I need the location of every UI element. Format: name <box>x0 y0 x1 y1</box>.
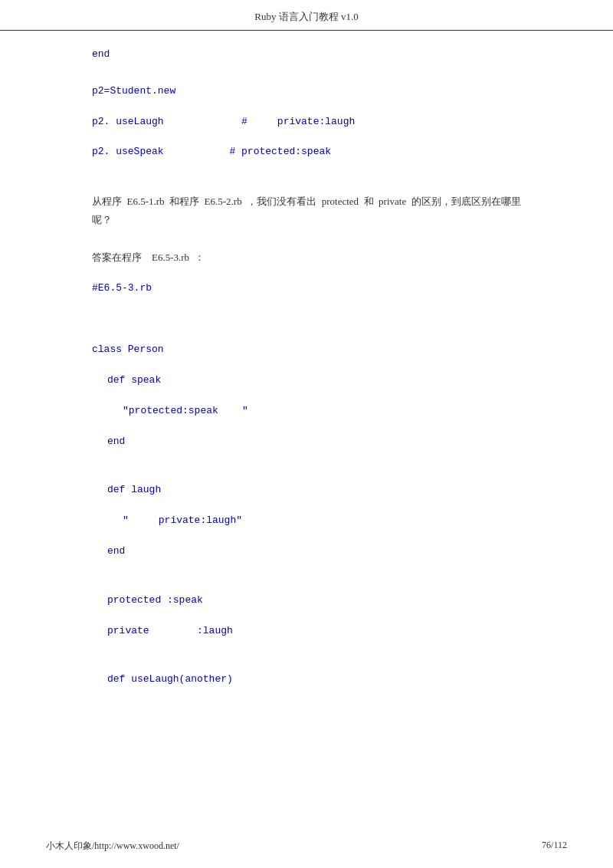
code-protected-speak: "protected:speak " <box>123 403 521 419</box>
code-block-p2usespeak: p2. useSpeak # protected:speak <box>92 143 521 160</box>
code-p2new: p2=Student.new <box>92 85 175 97</box>
header-title: Ruby 语言入门教程 v1.0 <box>254 11 358 22</box>
answer-text: 答案在程序 E6.5-3.rb ： <box>92 252 205 263</box>
code-def-laugh-text: def laugh <box>107 484 161 495</box>
code-block-p2uselaugh: p2. useLaugh # private:laugh <box>92 113 521 130</box>
footer-right: 76/112 <box>542 840 567 853</box>
page-content: end p2=Student.new p2. useLaugh # privat… <box>0 31 613 757</box>
code-def-uselaugh-text: def useLaugh(another) <box>107 673 233 685</box>
code-class-person-text: class Person <box>92 344 164 355</box>
code-protected-speak-decl-text: protected :speak <box>107 594 203 606</box>
code-p2usespeak: p2. useSpeak # protected:speak <box>92 146 331 157</box>
code-def-uselaugh: def useLaugh(another) <box>107 671 521 688</box>
answer-line: 答案在程序 E6.5-3.rb ： <box>92 248 521 266</box>
code-private-laugh-decl-text: private :laugh <box>107 625 233 636</box>
file-ref: #E6.5-3.rb <box>92 280 521 297</box>
code-def-speak-text: def speak <box>107 374 161 386</box>
code-def-laugh: def laugh <box>107 482 521 498</box>
code-private-laugh-text: " private:laugh" <box>123 515 242 526</box>
code-private-laugh: " private:laugh" <box>123 512 521 529</box>
file-ref-text: #E6.5-3.rb <box>92 282 152 294</box>
paragraph1: 从程序 E6.5-1.rb 和程序 E6.5-2.rb ，我们没有看出 prot… <box>92 192 521 229</box>
code-block-p2new: p2=Student.new <box>92 83 521 100</box>
code-protected-speak-decl: protected :speak <box>107 592 521 609</box>
page-header: Ruby 语言入门教程 v1.0 <box>0 0 613 31</box>
code-private-laugh-decl: private :laugh <box>107 623 521 639</box>
code-end1: end <box>92 48 110 60</box>
code-def-speak: def speak <box>107 372 521 389</box>
footer-left: 小木人印象/http://www.xwood.net/ <box>46 840 179 853</box>
code-end-speak-text: end <box>107 436 125 447</box>
page-footer: 小木人印象/http://www.xwood.net/ 76/112 <box>0 840 613 853</box>
code-end-laugh-text: end <box>107 545 125 557</box>
code-end-speak: end <box>107 433 521 450</box>
paragraph1-text: 从程序 E6.5-1.rb 和程序 E6.5-2.rb ，我们没有看出 prot… <box>92 196 521 225</box>
code-protected-speak-text: "protected:speak " <box>123 405 248 416</box>
code-class-person: class Person <box>92 341 521 358</box>
code-p2uselaugh: p2. useLaugh # private:laugh <box>92 116 355 127</box>
code-end-laugh: end <box>107 543 521 560</box>
code-block-end1: end <box>92 46 521 63</box>
